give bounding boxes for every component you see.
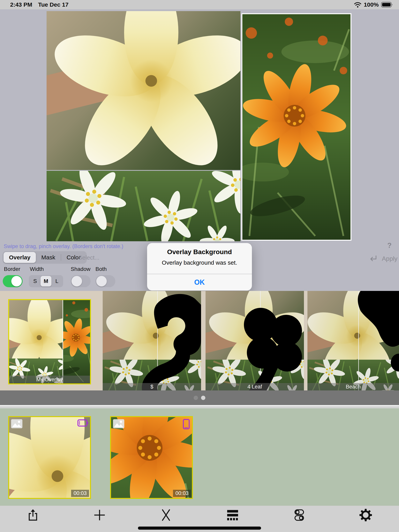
select-button[interactable]: Select...: [78, 254, 99, 261]
apply-button[interactable]: Apply: [369, 255, 398, 262]
clip-thumbnail: [8, 416, 91, 499]
alert-title: Overlay Background: [147, 248, 252, 256]
switches-button[interactable]: [293, 509, 305, 521]
clip-duration: 00:03: [71, 490, 89, 497]
battery-percent: 100%: [364, 1, 379, 8]
border-label: Border: [4, 266, 20, 272]
section-divider: [0, 405, 399, 408]
bottom-toolbar: [0, 506, 399, 532]
border-toggle[interactable]: [3, 275, 23, 287]
toggle-knob: [96, 276, 107, 286]
page-dot-active[interactable]: [201, 396, 205, 400]
preset-my-overlay[interactable]: My Overlay: [8, 299, 91, 384]
share-button[interactable]: [27, 509, 39, 521]
both-toggle[interactable]: [96, 275, 115, 287]
preset-label-band: Beach: [308, 383, 399, 390]
clip-duration: 00:03: [173, 490, 191, 497]
photo-icon: [11, 419, 22, 428]
tab-mask[interactable]: Mask: [36, 252, 61, 263]
preset-label: My Overlay: [36, 377, 63, 383]
close-button[interactable]: [160, 509, 172, 521]
preset-page-control: [0, 390, 399, 405]
width-label: Width: [30, 266, 44, 272]
status-date: Tue Dec 17: [38, 1, 68, 8]
width-option-m[interactable]: M: [40, 276, 51, 286]
preset-4-leaf[interactable]: 4 Leaf: [206, 291, 304, 390]
overlay-mask-color-tabs: Overlay Mask Color: [3, 251, 87, 264]
close-icon: [161, 509, 171, 521]
clip-thumbnail: [110, 416, 193, 499]
preset-label-band: 4 Leaf: [206, 383, 304, 390]
background-image-star-flowers: [46, 171, 240, 241]
toggle-knob: [11, 276, 22, 286]
preset-label-band: $: [103, 383, 201, 390]
preset-dollar[interactable]: $: [103, 291, 201, 390]
photo-icon: [113, 419, 124, 428]
switches-icon: [293, 509, 305, 521]
status-bar: 2:43 PM Tue Dec 17 100%: [0, 0, 399, 9]
toggle-knob: [71, 276, 82, 286]
settings-button[interactable]: [360, 509, 372, 521]
tracks-button[interactable]: [226, 509, 239, 521]
apply-label: Apply: [382, 255, 398, 262]
overlay-preset-strip: My Overlay $ 4 Leaf: [0, 291, 399, 390]
preset-label: Beach: [346, 384, 361, 390]
timeline-area: 00:03 00:03: [0, 408, 399, 506]
app-root: 2:43 PM Tue Dec 17 100%: [0, 0, 399, 532]
status-time: 2:43 PM: [10, 1, 32, 8]
phone-landscape-icon: [77, 419, 89, 427]
add-button[interactable]: [93, 509, 106, 521]
gear-icon: [360, 509, 372, 521]
add-icon: [94, 509, 105, 521]
background-image-plumeria: [46, 11, 240, 170]
help-button[interactable]: ?: [387, 241, 392, 250]
tab-overlay[interactable]: Overlay: [4, 252, 36, 263]
preset-label: $: [150, 384, 153, 390]
width-option-s[interactable]: S: [30, 276, 40, 286]
alert-dialog: Overlay Background Overlay background wa…: [147, 243, 252, 291]
preset-label: 4 Leaf: [247, 384, 262, 390]
overlay-hint-text: Swipe to drag, pinch overlay. (Borders d…: [4, 243, 123, 249]
preset-thumb-image: [63, 300, 90, 383]
alert-ok-button[interactable]: OK: [147, 274, 252, 291]
overlay-image-cosmos[interactable]: [241, 13, 351, 241]
phone-portrait-icon: [182, 419, 190, 430]
shadow-label: Shadow: [71, 266, 90, 272]
timeline-clip-1[interactable]: 00:03: [8, 416, 91, 499]
preset-beach[interactable]: Beach: [308, 291, 399, 390]
preset-label-band: My Overlay: [9, 376, 90, 383]
return-icon: [369, 255, 378, 262]
battery-icon: [381, 2, 393, 8]
page-dot[interactable]: [194, 396, 198, 400]
shadow-toggle[interactable]: [71, 275, 90, 287]
home-indicator[interactable]: [138, 526, 261, 530]
width-option-l[interactable]: L: [51, 276, 62, 286]
share-icon: [28, 509, 38, 521]
both-label: Both: [96, 266, 107, 272]
wifi-icon: [354, 2, 361, 8]
alert-message: Overlay background was set.: [147, 259, 252, 266]
width-segmented-control: S M L: [29, 275, 63, 287]
timeline-clip-2[interactable]: 00:03: [110, 416, 193, 499]
tracks-icon: [227, 509, 238, 521]
